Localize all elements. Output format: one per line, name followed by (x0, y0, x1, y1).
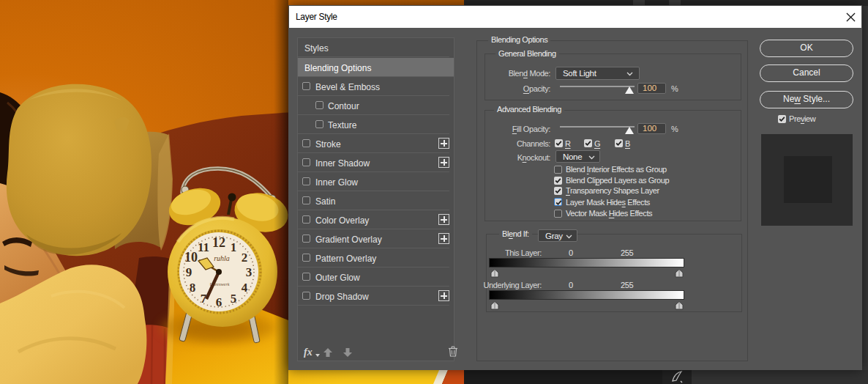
svg-text:1: 1 (231, 240, 237, 254)
svg-text:2: 2 (242, 251, 248, 265)
svg-text:5: 5 (231, 292, 237, 306)
svg-text:10: 10 (184, 250, 198, 265)
svg-text:9: 9 (186, 265, 192, 279)
svg-text:6: 6 (216, 295, 222, 309)
svg-text:ruhla: ruhla (214, 254, 230, 262)
svg-text:3: 3 (246, 265, 252, 279)
svg-text:11: 11 (198, 240, 209, 254)
svg-text:4: 4 (242, 281, 248, 295)
svg-text:8: 8 (190, 281, 196, 295)
svg-text:12: 12 (212, 235, 225, 250)
